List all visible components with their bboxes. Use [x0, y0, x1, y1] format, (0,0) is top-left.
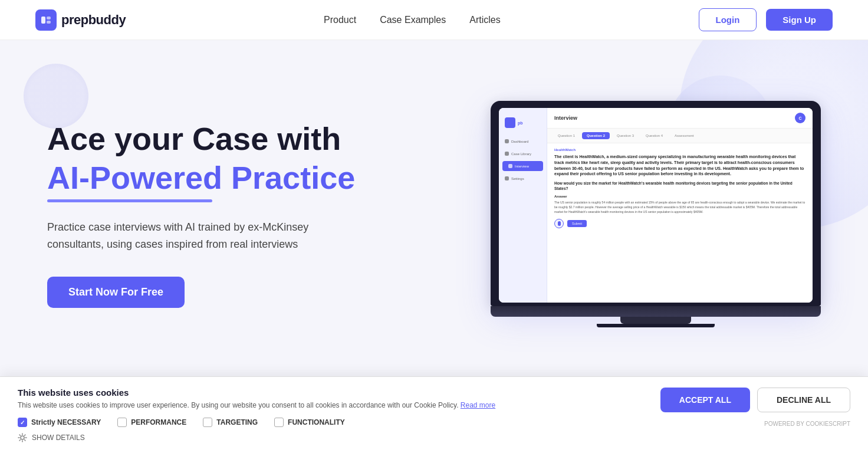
- mockup-main: Interview C Question 1 Question 2 Questi…: [547, 108, 813, 303]
- decline-all-button[interactable]: DECLINE ALL: [757, 388, 850, 412]
- mockup-mic-button[interactable]: [554, 219, 564, 228]
- mockup-mic-area: Submit: [554, 219, 805, 228]
- svg-rect-2: [47, 21, 51, 24]
- mockup-tab-q3[interactable]: Question 3: [612, 132, 639, 139]
- mockup-user-avatar: C: [795, 113, 805, 123]
- nav-actions: Login Sign Up: [699, 8, 833, 31]
- sidebar-caselibrary-label: Case Library: [511, 152, 531, 156]
- mockup-question-text: The client is HealthWatch, a medium-size…: [554, 154, 805, 177]
- mockup-company-label: HealthWatch: [554, 148, 805, 152]
- checkbox-functionality[interactable]: FUNCTIONALITY: [274, 418, 345, 427]
- cookie-right: ACCEPT ALL DECLINE ALL POWERED BY COOKIE…: [660, 388, 850, 427]
- start-now-button[interactable]: Start Now For Free: [47, 277, 185, 308]
- targeting-label: TARGETING: [216, 418, 258, 426]
- cookie-banner-row: This website uses cookies This website u…: [18, 388, 850, 442]
- laptop-outer: pb Dashboard Case Library Interview: [491, 101, 821, 327]
- signup-button[interactable]: Sign Up: [766, 9, 833, 31]
- hero-text-block: Ace your Case with AI-Powered Practice P…: [47, 120, 355, 308]
- mockup-submit-button[interactable]: Submit: [567, 220, 587, 227]
- mockup-topbar: Interview C: [547, 108, 813, 129]
- mockup-tab-q1[interactable]: Question 1: [553, 132, 580, 139]
- mockup-sidebar: pb Dashboard Case Library Interview: [499, 108, 547, 303]
- login-button[interactable]: Login: [699, 8, 757, 31]
- mockup-topbar-title: Interview: [554, 115, 577, 121]
- show-details-link[interactable]: SHOW DETAILS: [32, 434, 85, 442]
- mockup-content: HealthWatch The client is HealthWatch, a…: [547, 143, 813, 303]
- cookie-left: This website uses cookies This website u…: [18, 388, 637, 442]
- cookie-description: This website uses cookies to improve use…: [18, 401, 548, 409]
- checkbox-targeting[interactable]: TARGETING: [203, 418, 258, 427]
- cookie-buttons-row: ACCEPT ALL DECLINE ALL: [660, 388, 850, 412]
- svg-point-3: [21, 436, 24, 439]
- cookie-checkboxes: Strictly NECESSARY PERFORMANCE TARGETING…: [18, 418, 637, 427]
- mockup-sidebar-case-library[interactable]: Case Library: [499, 149, 547, 159]
- mockup-sidebar-logo: pb: [499, 115, 547, 134]
- navbar: prepbuddy Product Case Examples Articles…: [0, 0, 868, 40]
- nav-links: Product Case Examples Articles: [324, 15, 501, 25]
- hero-section: Ace your Case with AI-Powered Practice P…: [0, 40, 868, 376]
- mockup-sidebar-interview[interactable]: Interview: [502, 161, 543, 171]
- mockup-answer-text: The US senior population is roughly 54 m…: [554, 200, 805, 214]
- mockup-logo-square: [505, 117, 515, 128]
- laptop-bezel: pb Dashboard Case Library Interview: [491, 101, 821, 306]
- targeting-checkbox[interactable]: [203, 418, 212, 427]
- hero-title-line1: Ace your Case with: [47, 121, 341, 156]
- sidebar-dashboard-icon: [505, 139, 509, 143]
- mockup-logo-text: pb: [518, 121, 523, 125]
- svg-rect-1: [47, 17, 51, 19]
- powered-by-text: POWERED BY COOKIESCRIPT: [764, 421, 850, 427]
- laptop-stand: [620, 317, 691, 324]
- cookie-footer-row: SHOW DETAILS: [18, 433, 637, 442]
- deco-circle-topleft: [24, 64, 88, 129]
- nav-articles[interactable]: Articles: [469, 15, 500, 25]
- mockup-tab-q4[interactable]: Question 4: [641, 132, 668, 139]
- mockup-answer-label: Answer: [554, 195, 805, 198]
- microphone-icon: [558, 221, 561, 226]
- hero-title-line2: AI-Powered Practice: [47, 159, 355, 202]
- functionality-checkbox[interactable]: [274, 418, 284, 427]
- read-more-link[interactable]: Read more: [461, 401, 495, 409]
- laptop-base: [491, 306, 821, 317]
- mockup-sidebar-dashboard[interactable]: Dashboard: [499, 136, 547, 146]
- sidebar-settings-icon: [505, 176, 509, 180]
- cookie-title: This website uses cookies: [18, 388, 637, 398]
- nav-product[interactable]: Product: [324, 15, 356, 25]
- svg-rect-0: [41, 17, 45, 24]
- checkbox-strictly-necessary[interactable]: Strictly NECESSARY: [18, 418, 101, 427]
- sidebar-interview-icon: [508, 164, 512, 168]
- mockup-question2-text: How would you size the market for Health…: [554, 180, 805, 191]
- performance-checkbox[interactable]: [117, 418, 127, 427]
- functionality-label: FUNCTIONALITY: [288, 418, 345, 426]
- nav-case-examples[interactable]: Case Examples: [380, 15, 446, 25]
- performance-label: PERFORMANCE: [131, 418, 186, 426]
- laptop-screen: pb Dashboard Case Library Interview: [499, 108, 813, 303]
- cookie-banner: This website uses cookies This website u…: [0, 376, 868, 453]
- mockup-tab-assessment[interactable]: Assessment: [670, 132, 699, 139]
- mockup-tabs: Question 1 Question 2 Question 3 Questio…: [547, 129, 813, 143]
- laptop-mockup: pb Dashboard Case Library Interview: [491, 101, 821, 327]
- mockup-sidebar-settings[interactable]: Settings: [499, 173, 547, 183]
- sidebar-interview-label: Interview: [515, 165, 529, 168]
- accept-all-button[interactable]: ACCEPT ALL: [660, 388, 750, 412]
- strictly-necessary-checkbox[interactable]: [18, 418, 27, 427]
- sidebar-settings-label: Settings: [511, 177, 524, 180]
- strictly-necessary-label: Strictly NECESSARY: [31, 418, 101, 426]
- checkbox-performance[interactable]: PERFORMANCE: [117, 418, 186, 427]
- logo[interactable]: prepbuddy: [35, 9, 126, 31]
- gear-icon: [18, 433, 27, 442]
- laptop-foot: [597, 324, 715, 327]
- logo-icon: [35, 9, 57, 31]
- cookie-desc-text: This website uses cookies to improve use…: [18, 401, 458, 409]
- hero-subtitle: Practice case interviews with AI trained…: [47, 219, 342, 253]
- hero-title: Ace your Case with AI-Powered Practice: [47, 120, 355, 202]
- logo-text: prepbuddy: [61, 12, 126, 28]
- mockup-tab-q2[interactable]: Question 2: [582, 132, 610, 139]
- sidebar-caselibrary-icon: [505, 152, 509, 156]
- sidebar-dashboard-label: Dashboard: [511, 140, 528, 143]
